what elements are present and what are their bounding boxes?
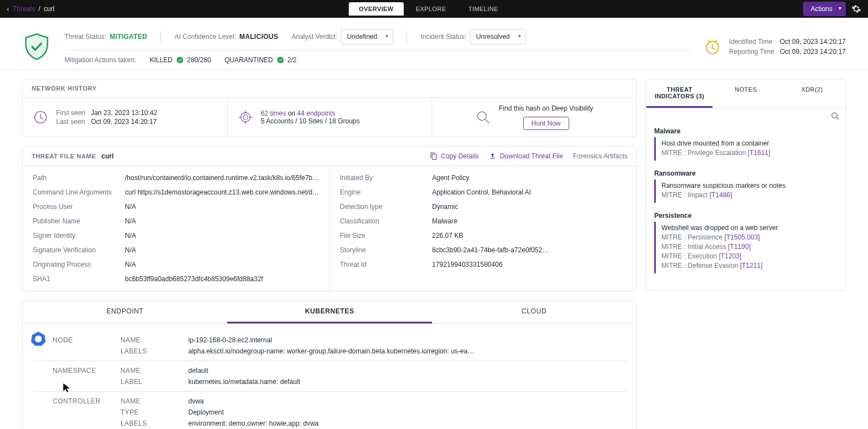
- mitre-link[interactable]: [T1486]: [710, 191, 732, 199]
- tab-overview[interactable]: OVERVIEW: [349, 2, 403, 16]
- tab-threat-indicators[interactable]: THREAT INDICATORS (3): [646, 79, 713, 108]
- shield-icon: [22, 32, 51, 61]
- threat-file-header: THREAT FILE NAME curl Copy Details Downl…: [23, 147, 636, 166]
- check-icon: [176, 56, 184, 64]
- indicators-search-row: [646, 108, 845, 124]
- indicator-persistence: Persistence Webshell was dropped on a we…: [654, 212, 837, 273]
- analyst-verdict-select[interactable]: Undefined: [341, 29, 394, 44]
- search-icon: [475, 109, 491, 125]
- tf-name: curl: [102, 152, 114, 160]
- svg-point-4: [478, 112, 486, 120]
- breadcrumb-root[interactable]: Threats: [13, 5, 36, 13]
- breadcrumb-sep: /: [38, 5, 40, 13]
- nh-hunt: Find this hash on Deep Visibility Hunt N…: [432, 98, 636, 137]
- tf-title: THREAT FILE NAME: [32, 153, 96, 159]
- time-grid: Identified Time Oct 09, 2023 14:20:17 Re…: [729, 38, 846, 56]
- clock-icon: [33, 109, 48, 125]
- nh-scope-text: 5 Accounts / 10 Sites / 18 Groups: [261, 117, 360, 125]
- mitre-link[interactable]: [T1505.003]: [724, 233, 760, 241]
- endpoints-link[interactable]: 44 endpoints: [297, 109, 335, 117]
- indicators-list: Malware Host drive mounted from a contai…: [646, 124, 845, 290]
- indicators-card: THREAT INDICATORS (3) NOTES XDR(2) Malwa…: [646, 79, 846, 291]
- tab-explore[interactable]: EXPLORE: [406, 2, 456, 16]
- topbar: ‹ Threats / curl OVERVIEW EXPLORE TIMELI…: [0, 0, 868, 18]
- mitre-link[interactable]: [T1190]: [728, 243, 751, 251]
- cursor-icon: [63, 383, 71, 393]
- copy-icon: [430, 152, 438, 160]
- target-icon: [238, 109, 253, 125]
- hunt-text: Find this hash on Deep Visibility: [499, 104, 593, 112]
- right-tabs: THREAT INDICATORS (3) NOTES XDR(2): [646, 79, 845, 108]
- nh-seen: First seen Jan 23, 2023 13:10:42 Last se…: [23, 98, 228, 137]
- top-tabs: OVERVIEW EXPLORE TIMELINE: [349, 2, 508, 16]
- mitre-link[interactable]: [T1203]: [719, 252, 741, 260]
- kubernetes-icon: [31, 331, 46, 346]
- tf-right-grid: Initiated ByAgent Policy EngineApplicati…: [340, 174, 626, 268]
- tab-kubernetes[interactable]: KUBERNETES: [227, 301, 432, 323]
- hunt-now-button[interactable]: Hunt Now: [523, 117, 569, 130]
- svg-point-3: [243, 115, 247, 119]
- incident-status: Incident Status: Unresolved: [420, 29, 525, 44]
- incident-status-select[interactable]: Unresolved: [470, 29, 526, 44]
- indicator-ransomware: Ransomware Ransomware suspicious markers…: [654, 169, 837, 203]
- separator: [407, 31, 407, 42]
- analyst-verdict: Analyst Verdict: Undefined: [292, 29, 393, 44]
- forensics-artifacts-link[interactable]: Forensics Artifacts: [573, 152, 628, 160]
- nh-seen-text: 62 times on 44 endpoints: [261, 109, 360, 117]
- tab-timeline[interactable]: TIMELINE: [458, 2, 508, 16]
- tf-left-grid: Path/host/run/containerd/io.containerd.r…: [33, 174, 319, 283]
- nh-scope: 62 times on 44 endpoints 5 Accounts / 10…: [228, 98, 433, 137]
- threat-file-card: THREAT FILE NAME curl Copy Details Downl…: [22, 146, 637, 291]
- mitre-link[interactable]: [T1211]: [740, 262, 762, 270]
- main: NETWORK HISTORY First seen Jan 23, 2023 …: [0, 70, 868, 429]
- times-link[interactable]: 62 times: [261, 109, 286, 117]
- k8s-node: NODE NAME ip-192-168-0-28.ec2.internal L…: [33, 331, 626, 361]
- summary-left: Threat Status: MITIGATED AI Confidence L…: [64, 29, 690, 64]
- mitre-link[interactable]: [T1611]: [747, 149, 770, 157]
- gear-icon[interactable]: [851, 4, 861, 14]
- network-history-body: First seen Jan 23, 2023 13:10:42 Last se…: [23, 97, 636, 137]
- indicator-malware: Malware Host drive mounted from a contai…: [654, 127, 837, 161]
- network-history-title: NETWORK HISTORY: [23, 79, 636, 97]
- back-icon[interactable]: ‹: [7, 4, 9, 13]
- tab-cloud[interactable]: CLOUD: [432, 301, 636, 323]
- kubernetes-panel[interactable]: NODE NAME ip-192-168-0-28.ec2.internal L…: [23, 324, 636, 429]
- download-threat-file-button[interactable]: Download Threat File: [489, 152, 563, 160]
- search-icon[interactable]: [831, 112, 840, 121]
- svg-point-6: [35, 336, 42, 342]
- right-column: THREAT INDICATORS (3) NOTES XDR(2) Malwa…: [646, 79, 846, 429]
- context-card: ENDPOINT KUBERNETES CLOUD NODE NAME ip-1…: [22, 300, 637, 429]
- check-icon: [277, 56, 284, 64]
- separator: [160, 31, 161, 42]
- summary-right: Identified Time Oct 09, 2023 14:20:17 Re…: [704, 38, 846, 56]
- breadcrumb-current: curl: [44, 5, 54, 13]
- mitigation-killed: KILLED 280/280: [149, 56, 211, 64]
- topbar-right: Actions: [803, 2, 861, 16]
- ai-confidence: AI Confidence Level: MALICIOUS: [174, 33, 278, 41]
- svg-point-7: [832, 113, 837, 118]
- clock-icon: [704, 38, 721, 56]
- context-tabs: ENDPOINT KUBERNETES CLOUD: [23, 301, 636, 324]
- svg-point-2: [240, 113, 250, 122]
- left-column: NETWORK HISTORY First seen Jan 23, 2023 …: [22, 79, 637, 429]
- k8s-namespace: NAMESPACE NAME default LABEL kubernetes.…: [33, 361, 626, 392]
- mitigation-label: Mitigation Actions taken:: [64, 56, 136, 64]
- tab-xdr[interactable]: XDR(2): [779, 79, 845, 108]
- summary-row2: Mitigation Actions taken: KILLED 280/280…: [64, 50, 690, 64]
- tab-notes[interactable]: NOTES: [713, 79, 779, 108]
- copy-details-button[interactable]: Copy Details: [430, 152, 479, 160]
- summary-bar: Threat Status: MITIGATED AI Confidence L…: [0, 18, 868, 70]
- network-history-card: NETWORK HISTORY First seen Jan 23, 2023 …: [22, 79, 637, 137]
- k8s-controller: CONTROLLER NAME dvwa TYPE Deployment LAB…: [33, 392, 626, 429]
- breadcrumb: ‹ Threats / curl: [7, 4, 54, 13]
- threat-status: Threat Status: MITIGATED: [64, 33, 147, 41]
- tab-endpoint[interactable]: ENDPOINT: [23, 301, 227, 323]
- mitigation-quarantined: QUARANTINED 2/2: [224, 56, 297, 64]
- download-icon: [489, 152, 496, 160]
- threat-file-body: Path/host/run/containerd/io.containerd.r…: [23, 166, 636, 291]
- actions-button[interactable]: Actions: [803, 2, 846, 16]
- summary-row1: Threat Status: MITIGATED AI Confidence L…: [64, 29, 690, 44]
